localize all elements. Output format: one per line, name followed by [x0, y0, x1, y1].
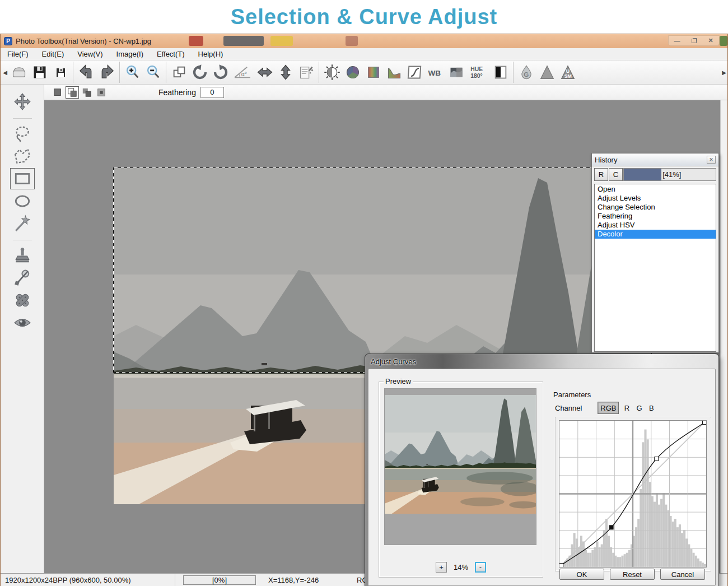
duplicate-icon [171, 64, 188, 80]
clone-stamp-icon [13, 247, 31, 264]
save-button[interactable] [29, 62, 50, 83]
open-icon [11, 64, 27, 80]
curve-canvas[interactable] [559, 421, 706, 567]
unsharp-mask-button[interactable]: USM [557, 62, 578, 83]
parameters-label: Parameters [553, 390, 591, 399]
feathering-input[interactable] [200, 87, 224, 98]
color-balance-icon [344, 64, 361, 80]
zoom-in-button[interactable] [122, 62, 143, 83]
history-progress-fill [624, 169, 661, 180]
selection-options-bar: Feathering [44, 85, 727, 100]
window-titlebar: P Photo Toolbox(Trial Version) - CN-wp1.… [1, 34, 727, 48]
restore-button[interactable] [685, 36, 702, 45]
history-item[interactable]: Adjust Levels [595, 194, 716, 203]
ok-button[interactable]: OK [559, 569, 604, 580]
zoom-out-button[interactable] [143, 62, 164, 83]
history-item[interactable]: Change Selection [595, 203, 716, 212]
history-c-button[interactable]: C [609, 168, 623, 181]
close-button[interactable]: ✕ [702, 36, 719, 45]
dialog-title: Adjust Curves [371, 357, 416, 366]
patch-tool[interactable] [10, 290, 35, 311]
open-button[interactable] [8, 62, 29, 83]
subtract-selection-mode-button[interactable] [80, 86, 94, 99]
lasso-icon [13, 125, 31, 143]
canvas-vertical-scrollbar[interactable] [720, 100, 727, 573]
status-progress-text: [0%] [212, 576, 227, 584]
cancel-button[interactable]: Cancel [660, 569, 705, 580]
curves-button[interactable] [404, 62, 425, 83]
channel-g-button[interactable]: G [634, 402, 643, 414]
history-r-button[interactable]: R [594, 168, 608, 181]
history-item[interactable]: Feathering [595, 212, 716, 221]
svg-text:G: G [524, 71, 529, 78]
colorize-button[interactable]: G [516, 62, 536, 83]
rotate-ccw-button[interactable] [189, 62, 210, 83]
retouch-icon [13, 269, 31, 287]
status-progress-bar: [0%] [183, 575, 256, 585]
magic-wand-icon [13, 215, 31, 232]
svg-text:α°: α° [241, 71, 247, 77]
palette-button[interactable] [363, 62, 384, 83]
history-item[interactable]: Open [595, 185, 716, 194]
channel-b-button[interactable]: B [647, 402, 656, 414]
menu-edit[interactable]: Edit(E) [35, 49, 71, 59]
curve-editor[interactable] [559, 420, 707, 568]
menu-view[interactable]: View(V) [71, 49, 109, 59]
color-balance-button[interactable] [342, 62, 363, 83]
history-list: Open Adjust Levels Change Selection Feat… [594, 184, 716, 352]
sharpen-button[interactable] [536, 62, 557, 83]
magic-wand-tool[interactable] [10, 213, 35, 234]
white-balance-button[interactable]: WB [425, 62, 446, 83]
ellipse-select-tool[interactable] [10, 190, 35, 212]
levels-button[interactable] [384, 62, 404, 83]
channel-rgb-button[interactable]: RGB [598, 402, 619, 414]
brightness-button[interactable] [321, 62, 342, 83]
channel-r-button[interactable]: R [622, 402, 631, 414]
decolor-button[interactable] [446, 62, 466, 83]
history-progress-text: [41%] [662, 170, 681, 179]
add-selection-mode-button[interactable] [66, 86, 79, 99]
move-tool[interactable] [10, 91, 35, 113]
polygon-lasso-tool[interactable] [10, 146, 35, 167]
intersect-selection-mode-button[interactable] [95, 86, 108, 99]
history-titlebar[interactable]: History ✕ [592, 154, 718, 166]
menu-help[interactable]: Help(H) [192, 49, 230, 59]
preview-group: Preview + 14% - [379, 382, 543, 578]
palette-icon [365, 64, 382, 80]
hue-rotate-icon: HUE180° [468, 64, 489, 81]
retouch-tool[interactable] [10, 267, 35, 289]
menu-image[interactable]: Image(I) [110, 49, 150, 59]
levels-icon [386, 64, 403, 80]
lasso-tool[interactable] [10, 123, 35, 145]
rotate-angle-button[interactable]: α° [231, 62, 254, 83]
history-item[interactable]: Adjust HSV [595, 221, 716, 230]
flip-vertical-button[interactable] [275, 62, 296, 83]
dialog-titlebar[interactable]: Adjust Curves [365, 354, 718, 369]
duplicate-button[interactable] [169, 62, 189, 83]
rectangle-select-tool[interactable] [10, 168, 35, 189]
toolbar-separator [119, 62, 120, 83]
history-item-selected[interactable]: Decolor [595, 230, 716, 239]
scroll-left-icon[interactable]: ◀ [2, 62, 8, 83]
flip-horizontal-icon [256, 64, 274, 81]
minimize-button[interactable]: — [669, 36, 685, 45]
new-selection-mode-button[interactable] [51, 86, 64, 99]
reset-button[interactable]: Reset [610, 569, 655, 580]
clone-stamp-tool[interactable] [10, 245, 35, 266]
annotate-button[interactable] [296, 62, 316, 83]
annotate-icon [298, 64, 315, 80]
menu-effect[interactable]: Effect(T) [150, 49, 192, 59]
taskbar-artifact [223, 36, 264, 46]
rotate-cw-button[interactable] [210, 62, 231, 83]
flip-horizontal-button[interactable] [254, 62, 275, 83]
redo-button[interactable] [96, 62, 117, 83]
history-close-button[interactable]: ✕ [707, 156, 716, 164]
scroll-right-icon[interactable]: ▶ [722, 61, 726, 85]
black-white-button[interactable] [490, 62, 511, 83]
svg-text:WB: WB [428, 69, 441, 77]
save-as-button[interactable] [50, 62, 71, 83]
hue-rotate-button[interactable]: HUE180° [466, 62, 490, 83]
red-eye-tool[interactable] [10, 312, 35, 333]
menu-file[interactable]: File(F) [1, 49, 35, 59]
undo-button[interactable] [76, 62, 96, 83]
